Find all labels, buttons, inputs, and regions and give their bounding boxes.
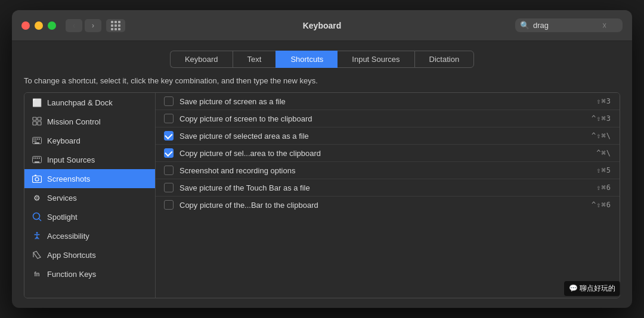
svg-rect-1 xyxy=(38,117,41,120)
shortcut-checkbox-3[interactable] xyxy=(164,131,174,141)
svg-rect-17 xyxy=(35,161,39,163)
spotlight-icon xyxy=(32,211,42,222)
sidebar-label-accessibility: Accessibility xyxy=(47,232,89,241)
shortcut-checkbox-1[interactable] xyxy=(164,96,174,106)
services-icon: ⚙ xyxy=(32,192,42,203)
svg-rect-3 xyxy=(38,121,41,125)
search-input[interactable] xyxy=(533,21,599,30)
shortcut-keys-1: ⇧⌘3 xyxy=(596,97,611,105)
svg-rect-10 xyxy=(35,141,36,142)
sidebar-item-services[interactable]: ⚙ Services xyxy=(24,188,155,207)
svg-rect-5 xyxy=(33,139,35,140)
shortcut-keys-4: ^⌘\ xyxy=(596,149,611,157)
close-button[interactable] xyxy=(21,21,30,30)
svg-rect-18 xyxy=(33,176,42,183)
shortcut-row-1[interactable]: Save picture of screen as a file ⇧⌘3 xyxy=(156,93,620,110)
svg-rect-14 xyxy=(35,158,36,159)
shortcut-row-6[interactable]: Save picture of the Touch Bar as a file … xyxy=(156,179,620,197)
shortcut-checkbox-6[interactable] xyxy=(164,183,174,192)
sidebar-item-launchpad[interactable]: ⬜ Launchpad & Dock xyxy=(24,93,155,112)
keyboard-icon xyxy=(32,135,42,146)
sidebar-item-input-sources[interactable]: Input Sources xyxy=(24,150,155,169)
shortcut-checkbox-5[interactable] xyxy=(164,166,174,175)
svg-rect-11 xyxy=(35,142,39,144)
sidebar-item-keyboard[interactable]: Keyboard xyxy=(24,131,155,150)
grid-icon xyxy=(111,21,120,30)
sidebar-label-input-sources: Input Sources xyxy=(47,155,95,164)
shortcut-row-2[interactable]: Copy picture of screen to the clipboard … xyxy=(156,110,620,127)
tab-keyboard[interactable]: Keyboard xyxy=(170,51,233,68)
sidebar-label-function-keys: Function Keys xyxy=(47,270,96,279)
tab-dictation[interactable]: Dictation xyxy=(414,51,475,68)
sidebar-item-screenshots[interactable]: Screenshots xyxy=(24,169,155,188)
svg-rect-2 xyxy=(33,121,36,125)
sidebar-label-launchpad: Launchpad & Dock xyxy=(47,98,113,107)
shortcut-keys-7: ^⇧⌘6 xyxy=(592,201,611,209)
shortcut-label-3: Save picture of selected area as a file xyxy=(179,132,586,141)
shortcut-row-7[interactable]: Copy picture of the...Bar to the clipboa… xyxy=(156,197,620,213)
grid-view-button[interactable] xyxy=(106,19,125,32)
input-sources-icon xyxy=(32,154,42,165)
forward-button[interactable]: › xyxy=(85,19,101,32)
sidebar-label-mission-control: Mission Control xyxy=(47,117,101,126)
search-icon: 🔍 xyxy=(520,21,530,30)
svg-rect-0 xyxy=(33,117,36,120)
mission-control-icon xyxy=(32,116,42,127)
tab-text[interactable]: Text xyxy=(233,51,276,68)
tab-shortcuts[interactable]: Shortcuts xyxy=(275,51,338,68)
shortcut-keys-5: ⇧⌘5 xyxy=(596,166,611,174)
launchpad-icon: ⬜ xyxy=(32,97,42,108)
shortcut-checkbox-7[interactable] xyxy=(164,200,174,210)
app-shortcuts-icon xyxy=(32,250,42,260)
watermark: 💬 聊点好玩的 xyxy=(564,281,620,296)
shortcut-row-3[interactable]: Save picture of selected area as a file … xyxy=(156,127,620,145)
shortcut-label-1: Save picture of screen as a file xyxy=(179,97,590,106)
svg-rect-8 xyxy=(39,139,40,140)
svg-point-23 xyxy=(36,232,38,234)
sidebar-item-spotlight[interactable]: Spotlight xyxy=(24,207,155,226)
shortcut-label-2: Copy picture of screen to the clipboard xyxy=(179,114,586,123)
shortcut-list: Save picture of screen as a file ⇧⌘3 Cop… xyxy=(156,93,620,298)
nav-buttons: ‹ › xyxy=(66,19,101,32)
svg-rect-9 xyxy=(33,141,35,142)
shortcut-keys-2: ^⇧⌘3 xyxy=(592,114,611,123)
tab-input-sources[interactable]: Input Sources xyxy=(338,51,414,68)
screenshots-icon xyxy=(32,173,42,184)
content-area: ⬜ Launchpad & Dock Mission Control Key xyxy=(24,92,620,298)
tabs-bar: Keyboard Text Shortcuts Input Sources Di… xyxy=(12,41,632,68)
accessibility-icon xyxy=(32,230,42,241)
traffic-lights xyxy=(21,21,56,30)
svg-rect-15 xyxy=(37,158,38,159)
svg-point-21 xyxy=(33,213,40,220)
sidebar-item-function-keys[interactable]: fn Function Keys xyxy=(24,264,155,283)
shortcut-checkbox-4[interactable] xyxy=(164,148,174,158)
svg-point-19 xyxy=(35,177,39,181)
sidebar-item-mission-control[interactable]: Mission Control xyxy=(24,112,155,131)
sidebar: ⬜ Launchpad & Dock Mission Control Key xyxy=(24,93,156,298)
sidebar-label-screenshots: Screenshots xyxy=(47,174,90,183)
hint-text: To change a shortcut, select it, click t… xyxy=(24,76,620,85)
body: To change a shortcut, select it, click t… xyxy=(12,68,632,308)
svg-line-22 xyxy=(39,219,41,221)
keyboard-preferences-window: ‹ › Keyboard 🔍 ☓ Keyboard Text Shortcuts xyxy=(12,10,632,308)
sidebar-label-keyboard: Keyboard xyxy=(47,136,80,145)
sidebar-item-accessibility[interactable]: Accessibility xyxy=(24,226,155,245)
svg-rect-6 xyxy=(35,139,36,140)
sidebar-label-app-shortcuts: App Shortcuts xyxy=(47,251,96,260)
minimize-button[interactable] xyxy=(35,21,43,30)
shortcut-label-6: Save picture of the Touch Bar as a file xyxy=(179,183,590,192)
shortcut-label-7: Copy picture of the...Bar to the clipboa… xyxy=(179,201,586,210)
back-button[interactable]: ‹ xyxy=(66,19,82,32)
search-clear-button[interactable]: ☓ xyxy=(602,21,606,30)
svg-rect-7 xyxy=(37,139,38,140)
function-keys-icon: fn xyxy=(32,269,42,279)
shortcut-label-4: Copy picture of sel...area to the clipbo… xyxy=(179,149,590,158)
shortcut-keys-6: ⇧⌘6 xyxy=(596,183,611,192)
maximize-button[interactable] xyxy=(48,21,56,30)
svg-rect-16 xyxy=(39,158,40,159)
sidebar-label-services: Services xyxy=(47,194,77,202)
sidebar-item-app-shortcuts[interactable]: App Shortcuts xyxy=(24,245,155,264)
shortcut-row-5[interactable]: Screenshot and recording options ⇧⌘5 xyxy=(156,162,620,179)
shortcut-checkbox-2[interactable] xyxy=(164,114,174,123)
shortcut-row-4[interactable]: Copy picture of sel...area to the clipbo… xyxy=(156,145,620,162)
